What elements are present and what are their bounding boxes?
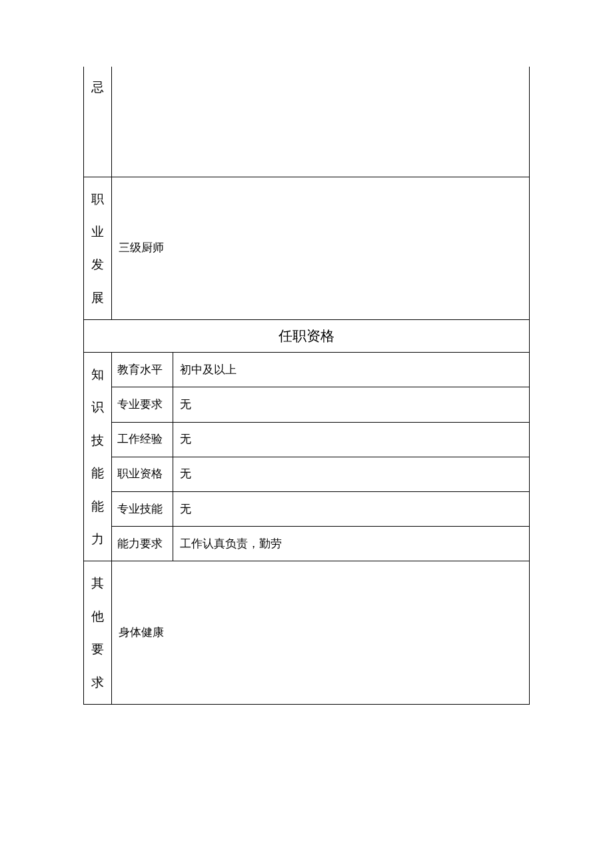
sub-label-cell: 专业要求 — [112, 387, 173, 422]
label-cell-career: 职 业 发 展 — [84, 177, 112, 320]
label-cell-other: 其 他 要 求 — [84, 561, 112, 705]
sub-label-cell: 专业技能 — [112, 491, 173, 526]
value-text: 无 — [180, 467, 191, 480]
label-char: 其 — [84, 567, 111, 599]
table-row: 其 他 要 求 身体健康 — [84, 561, 530, 705]
sub-label-cell: 职业资格 — [112, 457, 173, 491]
career-value-cell: 三级厨师 — [112, 177, 530, 320]
label-char: 力 — [84, 523, 111, 555]
sub-label-text: 职业资格 — [117, 467, 163, 480]
sub-label-text: 专业要求 — [117, 398, 163, 411]
label-cell-knowledge: 知 识 技 能 能 力 — [84, 353, 112, 561]
label-char: 识 — [84, 391, 111, 423]
sub-label-cell: 教育水平 — [112, 353, 173, 387]
label-char: 发 — [84, 248, 111, 281]
sub-label-text: 工作经验 — [117, 433, 163, 445]
table-row: 职业资格 无 — [84, 457, 530, 491]
value-cell: 工作认真负责，勤劳 — [173, 527, 530, 561]
label-char: 求 — [84, 666, 111, 699]
job-qualification-table: 忌 职 业 发 展 三级厨师 任职资格 — [83, 67, 530, 705]
table-row: 工作经验 无 — [84, 422, 530, 457]
label-char: 能 — [84, 490, 111, 523]
value-text: 无 — [180, 503, 191, 515]
table-row: 知 识 技 能 能 力 教育水平 初中及以上 — [84, 353, 530, 387]
value-cell: 无 — [173, 457, 530, 491]
value-text: 身体健康 — [119, 626, 164, 639]
value-text: 无 — [180, 398, 191, 411]
table-row: 专业技能 无 — [84, 491, 530, 526]
empty-cell — [112, 67, 530, 177]
value-text: 初中及以上 — [180, 363, 237, 376]
sub-label-text: 教育水平 — [117, 363, 163, 376]
table-row: 专业要求 无 — [84, 387, 530, 422]
table-row: 职 业 发 展 三级厨师 — [84, 177, 530, 320]
value-cell: 无 — [173, 422, 530, 457]
label-cell-ji: 忌 — [84, 67, 112, 177]
label-char: 业 — [84, 215, 111, 248]
value-text: 三级厨师 — [119, 241, 164, 254]
label-char: 职 — [84, 183, 111, 215]
sub-label-text: 专业技能 — [117, 503, 163, 515]
label-char: 知 — [84, 358, 111, 391]
table-row: 能力要求 工作认真负责，勤劳 — [84, 527, 530, 561]
value-text: 无 — [180, 433, 191, 445]
label-char: 能 — [84, 457, 111, 489]
section-header-cell: 任职资格 — [84, 320, 530, 353]
section-header-row: 任职资格 — [84, 320, 530, 353]
label-char: 他 — [84, 600, 111, 633]
table-row: 忌 — [84, 67, 530, 177]
sub-label-cell: 工作经验 — [112, 422, 173, 457]
value-cell: 初中及以上 — [173, 353, 530, 387]
label-char: 技 — [84, 424, 111, 457]
label-char: 展 — [84, 281, 111, 314]
label-char: 要 — [84, 633, 111, 665]
sub-label-cell: 能力要求 — [112, 527, 173, 561]
value-text: 工作认真负责，勤劳 — [180, 537, 282, 550]
value-cell: 无 — [173, 387, 530, 422]
document-page: 忌 职 业 发 展 三级厨师 任职资格 — [0, 0, 613, 705]
other-value-cell: 身体健康 — [112, 561, 530, 705]
section-header-text: 任职资格 — [279, 328, 334, 344]
sub-label-text: 能力要求 — [117, 537, 163, 550]
label-text: 忌 — [84, 71, 111, 103]
value-cell: 无 — [173, 491, 530, 526]
